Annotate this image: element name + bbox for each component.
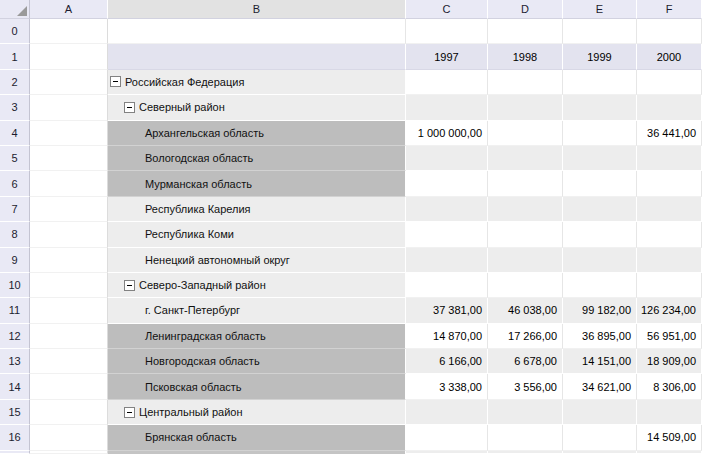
cell-a-10[interactable]	[30, 273, 108, 298]
row-header-3[interactable]: 3	[0, 95, 30, 120]
row-header-17[interactable]	[0, 451, 30, 454]
cell-e-6[interactable]	[563, 171, 637, 196]
row-header-11[interactable]: 11	[0, 298, 30, 323]
cell-b-15[interactable]: Центральный район	[108, 400, 406, 425]
cell-d-16[interactable]	[488, 425, 563, 450]
collapse-minus-icon[interactable]	[124, 407, 135, 418]
cell-e-14[interactable]: 34 621,00	[563, 374, 637, 399]
row-header-1[interactable]: 1	[0, 44, 30, 69]
cell-d-8[interactable]	[488, 222, 563, 247]
row-header-7[interactable]: 7	[0, 197, 30, 222]
cell-f-0[interactable]	[637, 19, 702, 44]
cell-a-9[interactable]	[30, 248, 108, 273]
cell-d-14[interactable]: 3 556,00	[488, 374, 563, 399]
cell-c-14[interactable]: 3 338,00	[406, 374, 488, 399]
row-header-12[interactable]: 12	[0, 324, 30, 349]
cell-c-10[interactable]	[406, 273, 488, 298]
row-header-4[interactable]: 4	[0, 121, 30, 146]
cell-c-9[interactable]	[406, 248, 488, 273]
cell-a-3[interactable]	[30, 95, 108, 120]
cell-a-1[interactable]	[30, 44, 108, 69]
cell-e-12[interactable]: 36 895,00	[563, 324, 637, 349]
cell-c-4[interactable]: 1 000 000,00	[406, 121, 488, 146]
cell-d-15[interactable]	[488, 400, 563, 425]
cell-c-13[interactable]: 6 166,00	[406, 349, 488, 374]
column-header-d[interactable]: D	[488, 0, 563, 19]
cell-f-11[interactable]: 126 234,00	[637, 298, 702, 323]
cell-b-3[interactable]: Северный район	[108, 95, 406, 120]
cell-f-6[interactable]	[637, 171, 702, 196]
cell-a-17[interactable]	[30, 451, 108, 454]
cell-b-0[interactable]	[108, 19, 406, 44]
cell-e-15[interactable]	[563, 400, 637, 425]
cell-d-7[interactable]	[488, 197, 563, 222]
cell-a-11[interactable]	[30, 298, 108, 323]
collapse-minus-icon[interactable]	[124, 280, 135, 291]
column-header-a[interactable]: A	[30, 0, 108, 19]
cell-b-13[interactable]: Новгородская область	[108, 349, 406, 374]
cell-b-11[interactable]: г. Санкт-Петербург	[108, 298, 406, 323]
cell-d-12[interactable]: 17 266,00	[488, 324, 563, 349]
cell-d-13[interactable]: 6 678,00	[488, 349, 563, 374]
cell-b-1[interactable]	[108, 44, 406, 69]
cell-c-12[interactable]: 14 870,00	[406, 324, 488, 349]
row-header-16[interactable]: 16	[0, 425, 30, 450]
cell-c-3[interactable]	[406, 95, 488, 120]
cell-f-5[interactable]	[637, 146, 702, 171]
cell-c-17[interactable]	[406, 451, 488, 454]
column-header-e[interactable]: E	[563, 0, 637, 19]
cell-a-0[interactable]	[30, 19, 108, 44]
cell-b-2[interactable]: Российская Федерация	[108, 70, 406, 95]
cell-f-9[interactable]	[637, 248, 702, 273]
cell-f-1[interactable]: 2000	[637, 44, 702, 69]
cell-e-7[interactable]	[563, 197, 637, 222]
cell-f-7[interactable]	[637, 197, 702, 222]
collapse-minus-icon[interactable]	[124, 102, 135, 113]
cell-a-7[interactable]	[30, 197, 108, 222]
cell-d-11[interactable]: 46 038,00	[488, 298, 563, 323]
cell-f-4[interactable]: 36 441,00	[637, 121, 702, 146]
row-header-6[interactable]: 6	[0, 171, 30, 196]
cell-e-13[interactable]: 14 151,00	[563, 349, 637, 374]
cell-d-2[interactable]	[488, 70, 563, 95]
cell-e-10[interactable]	[563, 273, 637, 298]
row-header-5[interactable]: 5	[0, 146, 30, 171]
cell-f-12[interactable]: 56 951,00	[637, 324, 702, 349]
cell-b-7[interactable]: Республика Карелия	[108, 197, 406, 222]
cell-c-1[interactable]: 1997	[406, 44, 488, 69]
select-all-corner[interactable]	[0, 0, 30, 19]
cell-d-0[interactable]	[488, 19, 563, 44]
cell-f-2[interactable]	[637, 70, 702, 95]
cell-c-15[interactable]	[406, 400, 488, 425]
cell-a-8[interactable]	[30, 222, 108, 247]
cell-d-9[interactable]	[488, 248, 563, 273]
cell-c-11[interactable]: 37 381,00	[406, 298, 488, 323]
cell-e-0[interactable]	[563, 19, 637, 44]
cell-f-8[interactable]	[637, 222, 702, 247]
cell-b-6[interactable]: Мурманская область	[108, 171, 406, 196]
cell-e-4[interactable]	[563, 121, 637, 146]
column-header-b[interactable]: B	[108, 0, 406, 19]
cell-f-13[interactable]: 18 909,00	[637, 349, 702, 374]
cell-c-5[interactable]	[406, 146, 488, 171]
cell-a-15[interactable]	[30, 400, 108, 425]
cell-b-5[interactable]: Вологодская область	[108, 146, 406, 171]
cell-a-6[interactable]	[30, 171, 108, 196]
cell-a-2[interactable]	[30, 70, 108, 95]
row-header-8[interactable]: 8	[0, 222, 30, 247]
row-header-14[interactable]: 14	[0, 374, 30, 399]
cell-f-3[interactable]	[637, 95, 702, 120]
cell-a-12[interactable]	[30, 324, 108, 349]
cell-d-6[interactable]	[488, 171, 563, 196]
cell-f-16[interactable]: 14 509,00	[637, 425, 702, 450]
cell-b-17[interactable]	[108, 451, 406, 454]
cell-b-8[interactable]: Республика Коми	[108, 222, 406, 247]
row-header-15[interactable]: 15	[0, 400, 30, 425]
cell-d-4[interactable]	[488, 121, 563, 146]
row-header-2[interactable]: 2	[0, 70, 30, 95]
cell-c-0[interactable]	[406, 19, 488, 44]
column-header-f[interactable]: F	[637, 0, 702, 19]
cell-e-2[interactable]	[563, 70, 637, 95]
cell-b-10[interactable]: Северо-Западный район	[108, 273, 406, 298]
cell-d-3[interactable]	[488, 95, 563, 120]
